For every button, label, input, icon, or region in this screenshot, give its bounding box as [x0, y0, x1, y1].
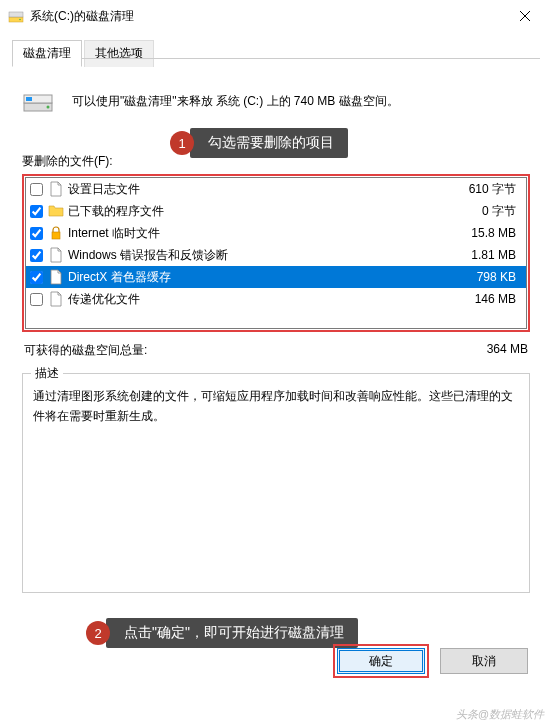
file-label: Internet 临时文件 [68, 225, 471, 242]
total-row: 可获得的磁盘空间总量: 364 MB [22, 332, 530, 369]
file-size: 1.81 MB [471, 248, 516, 262]
file-size: 146 MB [475, 292, 516, 306]
file-checkbox[interactable] [30, 183, 43, 196]
file-checkbox[interactable] [30, 227, 43, 240]
callout-1-text: 勾选需要删除的项目 [190, 128, 348, 158]
tab-disk-cleanup[interactable]: 磁盘清理 [12, 40, 82, 67]
file-checkbox[interactable] [30, 205, 43, 218]
file-item[interactable]: 传递优化文件146 MB [26, 288, 526, 310]
svg-rect-1 [9, 12, 23, 17]
info-row: 可以使用"磁盘清理"来释放 系统 (C:) 上的 740 MB 磁盘空间。 [22, 85, 530, 117]
file-list[interactable]: 设置日志文件610 字节已下载的程序文件0 字节Internet 临时文件15.… [25, 177, 527, 329]
file-size: 798 KB [477, 270, 516, 284]
file-item[interactable]: Internet 临时文件15.8 MB [26, 222, 526, 244]
file-icon [48, 247, 64, 263]
content-area: 可以使用"磁盘清理"来释放 系统 (C:) 上的 740 MB 磁盘空间。 1 … [0, 67, 552, 603]
file-list-highlight: 设置日志文件610 字节已下载的程序文件0 字节Internet 临时文件15.… [22, 174, 530, 332]
callout-1: 1 勾选需要删除的项目 [170, 128, 348, 158]
file-item[interactable]: 已下载的程序文件0 字节 [26, 200, 526, 222]
callout-2-text: 点击"确定"，即可开始进行磁盘清理 [106, 618, 358, 648]
drive-icon-small [8, 8, 24, 24]
titlebar: 系统(C:)的磁盘清理 [0, 0, 552, 32]
file-icon [48, 181, 64, 197]
svg-point-5 [47, 106, 50, 109]
file-checkbox[interactable] [30, 249, 43, 262]
file-item[interactable]: 设置日志文件610 字节 [26, 178, 526, 200]
file-checkbox[interactable] [30, 271, 43, 284]
description-legend: 描述 [31, 365, 63, 382]
file-label: DirectX 着色器缓存 [68, 269, 477, 286]
ok-highlight: 确定 [333, 644, 429, 678]
callout-2: 2 点击"确定"，即可开始进行磁盘清理 [86, 618, 358, 648]
window-title: 系统(C:)的磁盘清理 [30, 8, 502, 25]
file-size: 0 字节 [482, 203, 516, 220]
description-text: 通过清理图形系统创建的文件，可缩短应用程序加载时间和改善响应性能。这些已清理的文… [33, 386, 519, 427]
tabs: 磁盘清理 其他选项 [12, 40, 540, 67]
file-item[interactable]: Windows 错误报告和反馈诊断1.81 MB [26, 244, 526, 266]
file-size: 610 字节 [469, 181, 516, 198]
svg-rect-0 [9, 17, 23, 22]
folder-icon [48, 203, 64, 219]
drive-icon [22, 85, 54, 117]
file-label: 设置日志文件 [68, 181, 469, 198]
file-label: 已下载的程序文件 [68, 203, 482, 220]
file-size: 15.8 MB [471, 226, 516, 240]
cancel-button[interactable]: 取消 [440, 648, 528, 674]
file-icon [48, 291, 64, 307]
close-button[interactable] [502, 0, 548, 32]
ok-button[interactable]: 确定 [337, 648, 425, 674]
callout-1-num: 1 [170, 131, 194, 155]
file-label: Windows 错误报告和反馈诊断 [68, 247, 471, 264]
svg-rect-6 [26, 97, 32, 101]
file-checkbox[interactable] [30, 293, 43, 306]
description-group: 描述 通过清理图形系统创建的文件，可缩短应用程序加载时间和改善响应性能。这些已清… [22, 373, 530, 593]
tab-other-options[interactable]: 其他选项 [84, 40, 154, 67]
total-label: 可获得的磁盘空间总量: [24, 342, 147, 359]
info-text: 可以使用"磁盘清理"来释放 系统 (C:) 上的 740 MB 磁盘空间。 [72, 93, 399, 110]
callout-2-num: 2 [86, 621, 110, 645]
button-row: 确定 取消 [333, 644, 528, 678]
svg-rect-7 [52, 232, 60, 239]
file-item[interactable]: DirectX 着色器缓存798 KB [26, 266, 526, 288]
svg-point-2 [19, 19, 21, 21]
watermark: 头条@数据蛙软件 [456, 707, 544, 722]
lock-icon [48, 225, 64, 241]
file-label: 传递优化文件 [68, 291, 475, 308]
file-icon [48, 269, 64, 285]
total-value: 364 MB [487, 342, 528, 359]
